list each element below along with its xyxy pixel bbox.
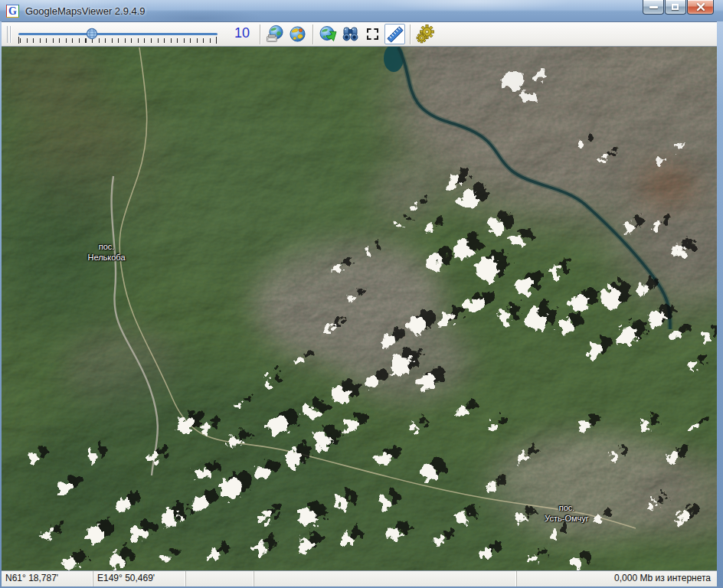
app-icon: G bbox=[6, 5, 19, 18]
app-window: G GoogleMapsViewer 2.9.4.9 bbox=[0, 0, 723, 588]
toolbar-separator bbox=[260, 24, 260, 44]
status-traffic: 0,000 Mb из интернета bbox=[517, 571, 717, 586]
toolbar-separator bbox=[410, 24, 411, 44]
titlebar[interactable]: G GoogleMapsViewer 2.9.4.9 bbox=[0, 0, 723, 21]
globe-thumb-icon bbox=[86, 28, 98, 40]
map-viewport[interactable]: пос. Нелькоба пос. Усть-Омчуг bbox=[2, 47, 717, 570]
globe-marker-icon bbox=[288, 24, 307, 44]
zoom-slider-track[interactable] bbox=[18, 33, 218, 35]
window-title: GoogleMapsViewer 2.9.4.9 bbox=[25, 5, 146, 17]
measure-button[interactable] bbox=[384, 24, 405, 44]
toolbar: 10 bbox=[2, 21, 717, 47]
selection-rect-icon bbox=[367, 28, 378, 40]
search-button[interactable] bbox=[340, 24, 361, 44]
minimize-button[interactable] bbox=[643, 0, 664, 15]
satellite-imagery bbox=[2, 47, 717, 570]
close-icon bbox=[696, 2, 705, 11]
ruler-icon bbox=[386, 25, 404, 44]
zoom-slider[interactable] bbox=[17, 23, 222, 46]
gears-icon bbox=[416, 24, 435, 44]
settings-button[interactable] bbox=[415, 24, 436, 44]
status-panel-3 bbox=[186, 571, 254, 586]
select-region-button[interactable] bbox=[362, 24, 383, 44]
zoom-slider-ticks bbox=[20, 38, 217, 43]
minimize-icon bbox=[649, 6, 658, 8]
status-latitude: N61° 18,787' bbox=[2, 571, 93, 586]
zoom-slider-thumb[interactable] bbox=[86, 28, 98, 40]
close-button[interactable] bbox=[687, 0, 714, 15]
globe-save-icon bbox=[266, 24, 285, 44]
statusbar: N61° 18,787' E149° 50,469' 0,000 Mb из и… bbox=[2, 570, 717, 586]
map-source-button[interactable] bbox=[287, 24, 308, 44]
window-controls bbox=[642, 0, 714, 15]
download-map-button[interactable] bbox=[265, 24, 286, 44]
binoculars-icon bbox=[341, 24, 360, 44]
globe-arrow-icon bbox=[319, 24, 338, 44]
toolbar-gripper[interactable] bbox=[7, 26, 11, 43]
go-to-location-button[interactable] bbox=[318, 24, 339, 44]
status-panel-4 bbox=[254, 571, 517, 586]
maximize-button[interactable] bbox=[665, 0, 686, 15]
status-longitude: E149° 50,469' bbox=[93, 571, 186, 586]
zoom-level-value: 10 bbox=[231, 25, 250, 41]
maximize-icon bbox=[672, 4, 679, 10]
toolbar-separator bbox=[312, 24, 313, 44]
